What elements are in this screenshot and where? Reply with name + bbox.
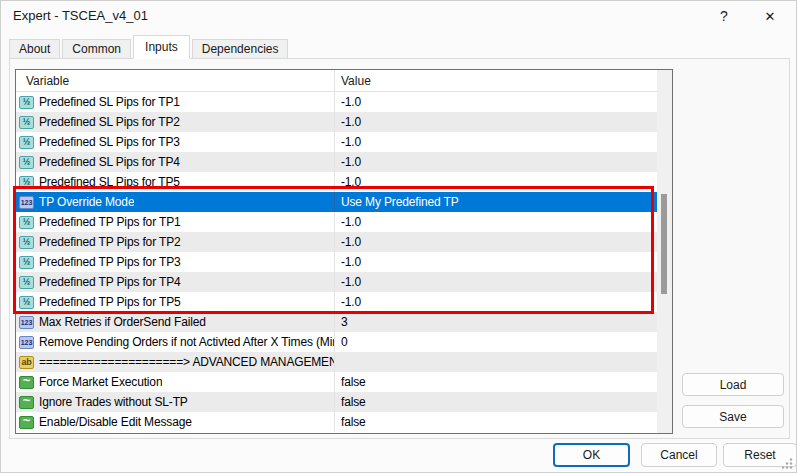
variable-name: Enable/Disable Edit Message — [39, 415, 192, 429]
double-type-icon: ½ — [19, 96, 34, 109]
table-row[interactable]: 123 TP Override Mode Use My Predefined T… — [16, 192, 657, 212]
save-button[interactable]: Save — [682, 405, 784, 428]
value-cell[interactable]: -1.0 — [334, 112, 657, 132]
value-cell[interactable]: -1.0 — [334, 232, 657, 252]
value-cell[interactable]: -1.0 — [334, 212, 657, 232]
variable-cell: ~ Force Market Execution — [16, 372, 334, 392]
variable-name: Predefined TP Pips for TP4 — [39, 275, 181, 289]
variable-name: Predefined TP Pips for TP5 — [39, 295, 181, 309]
resize-grip-icon[interactable] — [782, 458, 793, 469]
vertical-scrollbar[interactable] — [657, 70, 672, 433]
table-row[interactable]: ~ Enable/Disable Edit Message false — [16, 412, 657, 432]
variable-name: Remove Pending Orders if not Activted Af… — [39, 335, 334, 349]
value-cell[interactable]: 3 — [334, 312, 657, 332]
variable-name: Max Retries if OrderSend Failed — [39, 315, 206, 329]
cancel-button[interactable]: Cancel — [641, 443, 717, 467]
variable-cell: ½ Predefined TP Pips for TP1 — [16, 212, 334, 232]
double-type-icon: ½ — [19, 176, 34, 189]
value-cell[interactable]: 0 — [334, 332, 657, 352]
tab-about-label: About — [19, 42, 50, 56]
tab-dependencies[interactable]: Dependencies — [192, 39, 289, 59]
table-row[interactable]: ½ Predefined TP Pips for TP4 -1.0 — [16, 272, 657, 292]
bool-type-icon: ~ — [19, 416, 34, 429]
load-button-label: Load — [720, 378, 747, 392]
variable-name: Predefined TP Pips for TP1 — [39, 215, 181, 229]
table-row[interactable]: ½ Predefined TP Pips for TP5 -1.0 — [16, 292, 657, 312]
value-cell[interactable]: -1.0 — [334, 272, 657, 292]
variable-cell: ½ Predefined TP Pips for TP4 — [16, 272, 334, 292]
double-type-icon: ½ — [19, 236, 34, 249]
double-type-icon: ½ — [19, 276, 34, 289]
table-row[interactable]: ½ Predefined TP Pips for TP2 -1.0 — [16, 232, 657, 252]
value-cell[interactable]: -1.0 — [334, 92, 657, 112]
variable-value: false — [341, 415, 366, 429]
tab-inputs[interactable]: Inputs — [133, 35, 190, 59]
int-type-icon: 123 — [19, 336, 34, 349]
variable-name: Predefined SL Pips for TP5 — [39, 175, 180, 189]
variable-cell: ~ Enable/Disable Edit Message — [16, 412, 334, 432]
value-cell[interactable]: -1.0 — [334, 152, 657, 172]
variable-cell: 123 TP Override Mode — [16, 192, 334, 212]
tab-inputs-label: Inputs — [145, 40, 178, 54]
table-row[interactable]: 123 Remove Pending Orders if not Activte… — [16, 332, 657, 352]
double-type-icon: ½ — [19, 116, 34, 129]
variable-value: false — [341, 375, 366, 389]
table-row[interactable]: ½ Predefined SL Pips for TP2 -1.0 — [16, 112, 657, 132]
value-cell[interactable]: Use My Predefined TP — [334, 192, 657, 212]
variable-value: 0 — [341, 335, 348, 349]
variable-value: 3 — [341, 315, 348, 329]
tab-about[interactable]: About — [9, 39, 60, 59]
table-row[interactable]: ½ Predefined SL Pips for TP4 -1.0 — [16, 152, 657, 172]
expert-properties-dialog: Expert - TSCEA_v4_01 ? ✕ About Common In… — [0, 0, 797, 473]
table-row[interactable]: ~ Force Market Execution false — [16, 372, 657, 392]
bool-type-icon: ~ — [19, 396, 34, 409]
variable-value: -1.0 — [341, 235, 361, 249]
variable-cell: 123 Remove Pending Orders if not Activte… — [16, 332, 334, 352]
table-row[interactable]: ab =====================> ADVANCED MANAG… — [16, 352, 657, 372]
variable-value: -1.0 — [341, 295, 361, 309]
scrollbar-thumb[interactable] — [661, 194, 667, 294]
variable-value: -1.0 — [341, 135, 361, 149]
value-cell[interactable]: -1.0 — [334, 132, 657, 152]
variable-value: -1.0 — [341, 275, 361, 289]
value-cell[interactable]: false — [334, 372, 657, 392]
load-button[interactable]: Load — [682, 373, 784, 396]
variable-name: Predefined TP Pips for TP2 — [39, 235, 181, 249]
table-row[interactable]: ½ Predefined TP Pips for TP3 -1.0 — [16, 252, 657, 272]
value-cell[interactable]: -1.0 — [334, 252, 657, 272]
table-rows: ½ Predefined SL Pips for TP1 -1.0 ½ Pred… — [16, 92, 657, 432]
table-row[interactable]: ½ Predefined SL Pips for TP1 -1.0 — [16, 92, 657, 112]
tab-common[interactable]: Common — [62, 39, 131, 59]
variable-cell: ½ Predefined SL Pips for TP2 — [16, 112, 334, 132]
variable-value: -1.0 — [341, 95, 361, 109]
bool-type-icon: ~ — [19, 376, 34, 389]
column-header-variable[interactable]: Variable — [16, 70, 334, 91]
column-header-value[interactable]: Value — [334, 70, 672, 91]
value-cell[interactable]: -1.0 — [334, 172, 657, 192]
variable-value: Use My Predefined TP — [341, 195, 459, 209]
table-row[interactable]: ½ Predefined SL Pips for TP3 -1.0 — [16, 132, 657, 152]
variable-cell: ½ Predefined SL Pips for TP4 — [16, 152, 334, 172]
ok-button[interactable]: OK — [553, 443, 630, 467]
table-header: Variable Value — [16, 70, 672, 92]
tab-dependencies-label: Dependencies — [202, 42, 279, 56]
value-cell[interactable]: false — [334, 412, 657, 432]
variable-value: false — [341, 395, 366, 409]
help-button[interactable]: ? — [704, 1, 744, 31]
table-row[interactable]: 123 Max Retries if OrderSend Failed 3 — [16, 312, 657, 332]
variable-value: -1.0 — [341, 215, 361, 229]
variable-value: -1.0 — [341, 115, 361, 129]
variable-name: Predefined SL Pips for TP2 — [39, 115, 180, 129]
close-button[interactable]: ✕ — [750, 1, 790, 31]
variable-name: =====================> ADVANCED MANAGEME… — [39, 355, 334, 369]
int-type-icon: 123 — [19, 316, 34, 329]
variable-cell: ½ Predefined TP Pips for TP2 — [16, 232, 334, 252]
table-row[interactable]: ½ Predefined SL Pips for TP5 -1.0 — [16, 172, 657, 192]
value-cell[interactable] — [334, 352, 657, 372]
value-cell[interactable]: false — [334, 392, 657, 412]
variable-cell: ½ Predefined SL Pips for TP1 — [16, 92, 334, 112]
table-row[interactable]: ~ Ignore Trades without SL-TP false — [16, 392, 657, 412]
value-cell[interactable]: -1.0 — [334, 292, 657, 312]
ok-button-label: OK — [583, 448, 600, 462]
table-row[interactable]: ½ Predefined TP Pips for TP1 -1.0 — [16, 212, 657, 232]
